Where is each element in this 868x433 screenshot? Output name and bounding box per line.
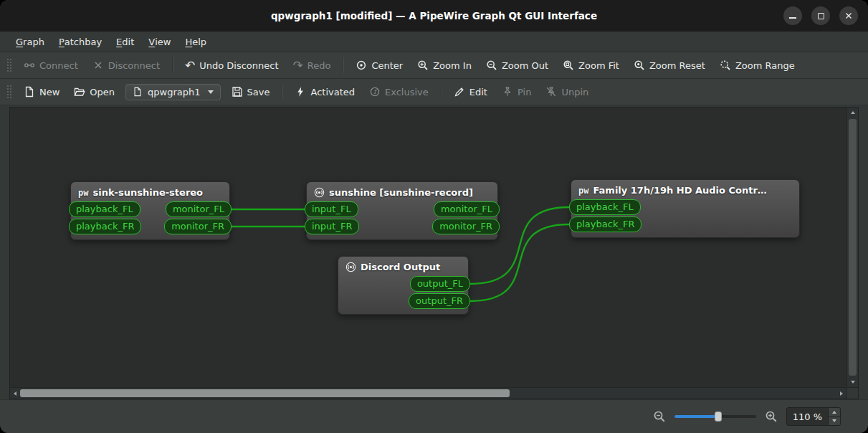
unpin-button[interactable]: Unpin — [539, 83, 595, 100]
menu-view[interactable]: View — [141, 32, 178, 52]
zoom-reset-button[interactable]: Zoom Reset — [627, 57, 712, 74]
zoom-out-button[interactable]: Zoom Out — [480, 57, 555, 74]
graph-node-sink-sunshine-stereo[interactable]: pw sink-sunshine-stereo playback_FL play… — [70, 181, 230, 240]
toolbar-handle[interactable] — [7, 59, 11, 72]
port-monitor-fr[interactable]: monitor_FR — [432, 219, 500, 234]
port-monitor-fl[interactable]: monitor_FL — [166, 201, 232, 217]
close-button[interactable] — [839, 6, 858, 25]
toolbar-separator — [441, 84, 442, 100]
zoom-fit-button[interactable]: Zoom Fit — [556, 57, 626, 74]
redo-icon: ↷ — [293, 60, 303, 71]
graph-node-sunshine[interactable]: sunshine [sunshine-record] input_FL inpu… — [306, 181, 498, 240]
graph-canvas[interactable]: pw sink-sunshine-stereo playback_FL play… — [10, 108, 846, 387]
connect-icon — [24, 60, 35, 71]
exclusive-label: Exclusive — [385, 87, 429, 97]
toolbar-handle[interactable] — [7, 85, 11, 98]
port-playback-fl[interactable]: playback_FL — [569, 199, 641, 215]
titlebar[interactable]: qpwgraph1 [modified] — A PipeWire Graph … — [0, 0, 868, 32]
zoom-range-button[interactable]: Zoom Range — [713, 57, 801, 74]
scroll-left-button[interactable] — [10, 388, 20, 399]
port-playback-fr[interactable]: playback_FR — [569, 217, 642, 232]
maximize-button[interactable] — [811, 6, 830, 25]
unpin-label: Unpin — [561, 87, 588, 97]
node-header: pw Family 17h/19h HD Audio Contr… — [571, 180, 799, 199]
zoom-spinbox[interactable]: 110 % — [786, 407, 841, 426]
port-input-fl[interactable]: input_FL — [305, 201, 358, 217]
node-header: sunshine [sunshine-record] — [307, 182, 497, 201]
horizontal-scrollbar[interactable] — [10, 387, 846, 399]
redo-label: Redo — [307, 60, 331, 71]
graph-toolbar: Connect Disconnect ↶ Undo Disconnect ↷ R… — [0, 52, 868, 79]
vscroll-track[interactable] — [847, 118, 858, 377]
menu-patchbay[interactable]: Patchbay — [52, 32, 109, 52]
hscroll-track[interactable] — [20, 388, 836, 399]
cables-layer — [10, 108, 846, 387]
open-patchbay-button[interactable]: Open — [67, 83, 121, 100]
zoom-in-icon — [765, 410, 778, 423]
port-monitor-fr[interactable]: monitor_FR — [164, 219, 232, 234]
zoom-decrement-button[interactable] — [829, 417, 840, 426]
scroll-down-button[interactable] — [847, 377, 858, 387]
arrow-up-icon — [832, 411, 836, 414]
node-title: Discord Output — [361, 262, 440, 272]
zoom-increment-button[interactable] — [829, 408, 840, 417]
menu-help[interactable]: Help — [178, 32, 214, 52]
hscroll-thumb[interactable] — [20, 389, 510, 397]
patchbay-selector-value: qpwgraph1 — [148, 87, 200, 97]
patchbay-selector[interactable]: qpwgraph1 — [125, 84, 220, 100]
disconnect-button[interactable]: Disconnect — [86, 57, 166, 74]
port-input-fr[interactable]: input_FR — [305, 219, 359, 234]
zoom-slider[interactable] — [674, 409, 756, 424]
connect-label: Connect — [39, 60, 78, 71]
exclusive-toggle[interactable]: f Exclusive — [363, 83, 435, 100]
zoom-out-icon — [653, 410, 666, 423]
main-content: pw sink-sunshine-stereo playback_FL play… — [0, 105, 868, 399]
arrow-left-icon — [14, 391, 16, 396]
zoom-value[interactable]: 110 % — [787, 408, 828, 425]
zoom-out-icon — [486, 60, 497, 71]
menubar: Graph Patchbay Edit View Help — [0, 32, 868, 52]
scroll-up-button[interactable] — [847, 108, 858, 118]
pin-button[interactable]: Pin — [495, 83, 538, 100]
save-label: Save — [247, 87, 270, 97]
undo-icon: ↶ — [185, 60, 195, 71]
menu-graph[interactable]: Graph — [9, 32, 52, 52]
scroll-right-button[interactable] — [836, 388, 846, 399]
maximize-icon — [818, 13, 824, 19]
lightning-bolt-icon — [295, 86, 306, 97]
graph-node-family-hd-audio[interactable]: pw Family 17h/19h HD Audio Contr… playba… — [571, 179, 800, 238]
port-playback-fl[interactable]: playback_FL — [69, 201, 140, 217]
node-title: Family 17h/19h HD Audio Contr… — [593, 185, 766, 196]
edit-toggle[interactable]: Edit — [447, 83, 494, 100]
exclusive-icon: f — [369, 86, 381, 97]
zoom-in-button[interactable]: Zoom In — [411, 57, 478, 74]
connect-button[interactable]: Connect — [17, 57, 85, 74]
port-output-fr[interactable]: output_FR — [409, 293, 470, 309]
toolbar-separator — [343, 57, 343, 73]
pipewire-icon: pw — [578, 186, 588, 196]
save-patchbay-button[interactable]: Save — [225, 83, 277, 100]
new-label: New — [39, 87, 59, 97]
menu-edit[interactable]: Edit — [109, 32, 141, 52]
center-button[interactable]: Center — [349, 57, 409, 74]
activated-label: Activated — [310, 87, 355, 97]
minimize-button[interactable] — [783, 6, 802, 25]
pin-icon — [502, 86, 513, 97]
patchbay-toolbar: New Open qpwgraph1 Save — [0, 79, 868, 105]
redo-button[interactable]: ↷ Redo — [287, 57, 338, 74]
port-monitor-fl[interactable]: monitor_FL — [434, 201, 500, 217]
zoom-reset-label: Zoom Reset — [649, 60, 705, 71]
window-title: qpwgraph1 [modified] — A PipeWire Graph … — [271, 10, 597, 22]
vscroll-thumb[interactable] — [849, 119, 857, 376]
undo-disconnect-button[interactable]: ↶ Undo Disconnect — [178, 57, 285, 74]
port-output-fl[interactable]: output_FL — [410, 276, 470, 292]
zoom-slider-handle[interactable] — [715, 411, 722, 422]
activated-toggle[interactable]: Activated — [288, 83, 361, 100]
port-playback-fr[interactable]: playback_FR — [69, 219, 141, 234]
center-label: Center — [371, 60, 403, 71]
graph-node-discord-output[interactable]: Discord Output output_FL output_FR — [338, 256, 469, 315]
app-window: qpwgraph1 [modified] — A PipeWire Graph … — [0, 0, 868, 433]
statusbar: 110 % — [0, 399, 868, 433]
new-patchbay-button[interactable]: New — [17, 83, 66, 100]
vertical-scrollbar[interactable] — [846, 108, 858, 387]
